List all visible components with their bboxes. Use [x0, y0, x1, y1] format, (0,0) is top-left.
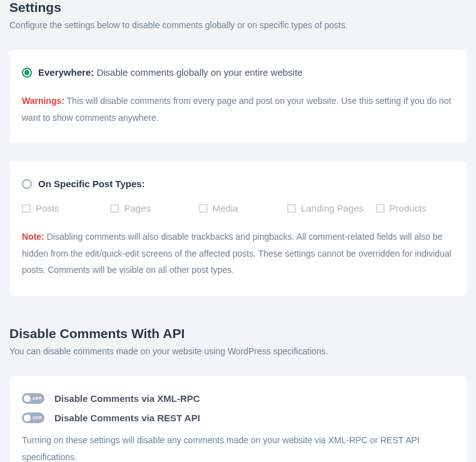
radio-checked-icon[interactable]	[22, 68, 32, 78]
specific-radio-row[interactable]: On Specific Post Types:	[22, 178, 454, 189]
checkbox-label: Media	[213, 203, 238, 213]
toggle-xmlrpc-row: OFF Disable Comments via XML-RPC	[22, 393, 454, 404]
toggle-xmlrpc-label: Disable Comments via XML-RPC	[54, 393, 200, 404]
checkbox-icon	[376, 204, 385, 213]
everywhere-heading: Everywhere:	[38, 67, 94, 78]
toggle-restapi-row: OFF Disable Comments via REST API	[22, 413, 454, 423]
checkbox-label: Posts	[36, 203, 59, 213]
specific-heading: On Specific Post Types:	[38, 178, 145, 189]
specific-card: On Specific Post Types: Posts Pages Medi…	[9, 161, 467, 296]
toggle-knob-icon	[24, 414, 31, 421]
checkbox-label: Products	[390, 203, 427, 213]
warning-label: Warnings:	[22, 96, 64, 106]
api-card: OFF Disable Comments via XML-RPC OFF Dis…	[9, 376, 467, 462]
checkbox-icon	[110, 204, 119, 213]
note-text: Disabling comments will also disable tra…	[22, 232, 452, 275]
checkbox-posts[interactable]: Posts	[22, 203, 100, 213]
checkbox-icon	[199, 204, 208, 213]
toggle-state: OFF	[33, 396, 43, 401]
settings-title: Settings	[9, 0, 467, 15]
toggle-off[interactable]: OFF	[22, 393, 44, 404]
checkbox-landing-pages[interactable]: Landing Pages	[287, 203, 365, 213]
checkbox-icon	[287, 204, 296, 213]
warning-text: This will disable comments from every pa…	[22, 96, 451, 123]
toggle-knob-icon	[24, 395, 31, 402]
specific-option-label: On Specific Post Types:	[38, 178, 145, 189]
api-description: You can disable comments made on your we…	[9, 345, 467, 358]
everywhere-option-label: Everywhere: Disable comments globally on…	[38, 67, 303, 78]
specific-note: Note: Disabling comments will also disab…	[22, 228, 454, 279]
settings-description: Configure the settings below to disable …	[9, 19, 467, 32]
api-title: Disable Comments With API	[9, 326, 467, 341]
note-label: Note:	[22, 232, 44, 242]
checkbox-pages[interactable]: Pages	[110, 203, 188, 213]
checkbox-media[interactable]: Media	[199, 203, 277, 213]
everywhere-warning: Warnings: This will disable comments fro…	[22, 93, 454, 126]
everywhere-card: Everywhere: Disable comments globally on…	[9, 49, 467, 143]
api-section: Disable Comments With API You can disabl…	[9, 326, 467, 462]
checkbox-products[interactable]: Products	[376, 203, 454, 213]
toggle-off[interactable]: OFF	[22, 413, 44, 423]
everywhere-desc: Disable comments globally on your entire…	[96, 67, 302, 78]
post-types-grid: Posts Pages Media Landing Pages Products	[22, 203, 454, 213]
toggle-restapi-label: Disable Comments via REST API	[54, 413, 200, 423]
toggle-state: OFF	[33, 416, 43, 420]
checkbox-label: Pages	[124, 203, 151, 213]
checkbox-icon	[22, 204, 31, 213]
api-help-text: Turning on these settings will disable a…	[22, 432, 454, 462]
everywhere-radio-row[interactable]: Everywhere: Disable comments globally on…	[22, 67, 454, 78]
checkbox-label: Landing Pages	[301, 203, 363, 213]
radio-unchecked-icon[interactable]	[22, 179, 32, 189]
